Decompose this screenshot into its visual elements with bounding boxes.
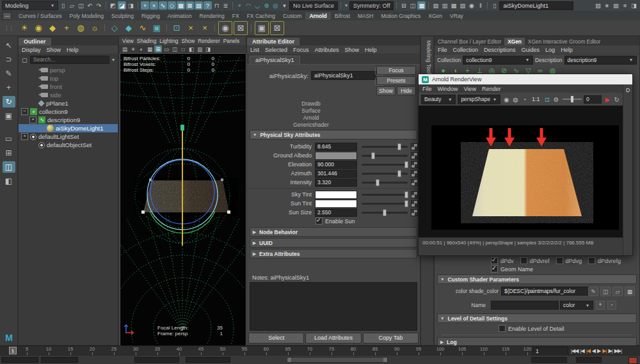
param-name-field[interactable] xyxy=(491,301,559,310)
tab-bifrost[interactable]: Bifrost xyxy=(331,12,354,20)
texture-map-button[interactable] xyxy=(411,152,418,159)
select-button[interactable]: Select xyxy=(248,333,304,344)
tab-fx-caching[interactable]: FX Caching xyxy=(243,12,279,20)
render-settings-icon[interactable]: ◉ xyxy=(467,1,476,10)
layout-single-icon[interactable]: ▭ xyxy=(3,133,15,145)
slider-handle[interactable] xyxy=(404,200,408,207)
tab-fx[interactable]: FX xyxy=(228,12,243,20)
start-render-icon[interactable]: ▶ xyxy=(604,95,612,104)
color-swatch[interactable] xyxy=(315,191,357,199)
select-hierarchy-icon[interactable]: ◩ xyxy=(109,1,117,10)
tab-arnold[interactable]: Arnold xyxy=(305,12,330,20)
color-wheel-icon[interactable]: ◔ xyxy=(520,95,529,104)
expander-icon[interactable]: + xyxy=(21,133,28,140)
physical-sky-icon[interactable]: ☼ xyxy=(88,22,101,35)
renderview-titlebar[interactable]: M Arnold RenderView xyxy=(419,74,632,84)
menu-renderer[interactable]: Renderer xyxy=(198,38,220,44)
slider[interactable] xyxy=(362,182,408,184)
remove-parameter-button[interactable]: - xyxy=(607,301,616,310)
slider[interactable] xyxy=(362,164,408,166)
quick-selection-input[interactable]: aiSkyDomeLight1 xyxy=(499,1,573,10)
expander-icon[interactable]: − xyxy=(21,108,28,115)
color-swatch[interactable] xyxy=(315,200,357,208)
shelf-grip-icon[interactable]: ⋮⋮ xyxy=(4,25,13,31)
menu-show[interactable]: Show xyxy=(345,47,360,53)
character-menu[interactable] xyxy=(531,357,567,363)
slider[interactable] xyxy=(362,194,408,196)
exposure-gear-icon[interactable]: ⚙ xyxy=(552,95,561,104)
viewport-safe-display-icon[interactable]: ◧ xyxy=(188,45,195,52)
light-portal-icon[interactable]: ◍ xyxy=(74,22,87,35)
tx-update-icon[interactable]: × xyxy=(184,22,197,35)
value-field[interactable]: 8.645 xyxy=(315,143,357,151)
render-sequence-icon[interactable]: ▦ xyxy=(449,1,458,10)
new-scene-icon[interactable]: ▯ xyxy=(59,1,67,10)
tab-poly-modeling[interactable]: Poly Modeling xyxy=(66,12,108,20)
texture-map-button[interactable] xyxy=(411,179,418,186)
menu-view[interactable]: View xyxy=(464,86,476,92)
outliner-item-aiskydomelight1[interactable]: aiSkyDomeLight1 xyxy=(19,124,118,132)
node-tab[interactable]: aiPhysicalSky1 xyxy=(250,56,300,64)
viewport-resolution-gate-icon[interactable]: ▭ xyxy=(163,45,170,52)
live-surface-menu-icon[interactable]: ▾ xyxy=(280,1,289,10)
snap-grid-icon[interactable]: ⌖ xyxy=(236,1,244,10)
section-uuid[interactable]: ▶UUID xyxy=(250,238,417,248)
slider-handle[interactable] xyxy=(397,143,401,150)
renderview-side-tab[interactable]: D xyxy=(623,84,632,255)
menu-focus[interactable]: Focus xyxy=(293,47,309,53)
camera-dropdown[interactable]: perspShape ▾ xyxy=(458,95,500,104)
pause-render-icon[interactable]: ‖ xyxy=(476,1,484,10)
menu-collection[interactable]: Collection xyxy=(453,47,479,53)
mask-curves-icon[interactable]: ∿ xyxy=(159,1,167,10)
menu-selected[interactable]: Selected xyxy=(265,47,287,53)
outliner-tab[interactable]: Outliner xyxy=(19,38,51,45)
chevron-down-icon[interactable]: ▾ xyxy=(112,57,115,63)
slider-handle[interactable] xyxy=(371,152,375,159)
scale-tool-icon[interactable]: ▣ xyxy=(3,110,15,122)
menu-render[interactable]: Render xyxy=(482,86,501,92)
humanik-toggle-icon[interactable]: ∗ xyxy=(603,1,611,10)
symmetry-field[interactable]: Symmetry: Off xyxy=(349,1,394,10)
go-to-end-button[interactable]: ▶▶| xyxy=(614,348,621,354)
character-set-icon[interactable]: ▯ xyxy=(490,1,499,10)
slider[interactable] xyxy=(362,155,408,157)
outliner-item-defaultobjectset[interactable]: defaultObjectSet xyxy=(19,141,118,149)
current-frame-marker[interactable]: 1 xyxy=(9,347,17,354)
viewport-film-gate-icon[interactable]: ◫ xyxy=(171,45,179,52)
color-swatch[interactable] xyxy=(315,152,357,160)
batch-render-icon[interactable]: ▧ xyxy=(458,1,467,10)
checkbox-dpdvrefg[interactable]: dPdvrefg xyxy=(588,257,621,264)
viewport-shading-icon[interactable]: ◐ xyxy=(138,45,145,52)
mask-dynamics-icon[interactable]: ⊠ xyxy=(186,1,194,10)
select-by-name-icon[interactable]: ▢ xyxy=(20,56,29,64)
menu-display[interactable]: Display xyxy=(22,47,41,53)
anim-start-field[interactable] xyxy=(1,357,38,363)
range-end-field[interactable] xyxy=(134,357,179,363)
checkbox-dpdvg[interactable]: dPdvg xyxy=(556,257,582,264)
texture-map-button[interactable] xyxy=(411,170,418,177)
outliner-item-top[interactable]: top xyxy=(19,74,118,83)
slider[interactable] xyxy=(362,173,408,175)
slider-handle[interactable] xyxy=(376,179,380,186)
zoom-level[interactable]: 1:1 xyxy=(532,96,540,102)
viewport-cam-settings-icon[interactable]: ▤ xyxy=(121,45,129,52)
renderview-canvas[interactable]: 00:00:51 | 960x540 (49%) | perspShape | … xyxy=(419,106,624,247)
standard-surface-shader-icon[interactable]: ◇ xyxy=(108,22,121,35)
presets-button[interactable]: Presets xyxy=(376,76,416,85)
slider-handle[interactable] xyxy=(383,209,387,216)
select-component-icon[interactable]: ◨ xyxy=(127,1,135,10)
value-field[interactable]: 301.446 xyxy=(315,170,357,178)
step-back-key-button[interactable]: |◀ xyxy=(586,348,590,354)
playback-range-slider[interactable] xyxy=(287,357,388,363)
arnold-renderview-icon[interactable]: ⊡ xyxy=(170,22,183,35)
auto-key-button[interactable] xyxy=(628,357,637,364)
history-toggle-icon[interactable]: ⊟ xyxy=(399,1,408,10)
divider[interactable] xyxy=(442,335,632,335)
tab-animation[interactable]: Animation xyxy=(164,12,196,20)
save-map-icon[interactable]: ◫ xyxy=(600,287,611,296)
volume-tool-icon[interactable]: ▣ xyxy=(255,21,269,35)
tab-sculpting[interactable]: Sculpting xyxy=(108,12,138,20)
fit-view-icon[interactable]: ⊡ xyxy=(543,95,552,104)
layout-outliner-persp-icon[interactable]: ◧ xyxy=(3,175,15,187)
menu-list[interactable]: List xyxy=(250,47,259,53)
